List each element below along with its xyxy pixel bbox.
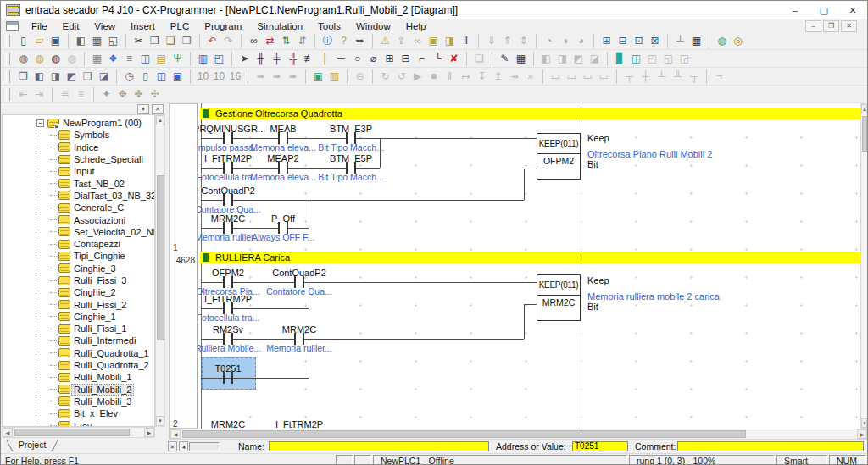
rung-list-icon[interactable]: ≡ xyxy=(121,52,137,66)
online-edit-send-icon[interactable]: ▭ xyxy=(580,69,596,84)
jump-2-icon[interactable]: ✥ xyxy=(114,87,131,102)
plc-memory-icon[interactable]: ⊠ xyxy=(647,34,663,48)
sim-pause-icon[interactable]: ‖ xyxy=(442,69,458,84)
clear-breaks-icon[interactable]: ▭ xyxy=(564,69,580,84)
tree-item-Associazioni[interactable]: Associazioni xyxy=(3,213,154,225)
memory-card-icon[interactable]: ⊡ xyxy=(631,34,647,48)
simulator-options-icon[interactable]: ◎ xyxy=(730,34,746,48)
save-project-icon[interactable]: ▣ xyxy=(47,34,64,48)
operand-collapse-icon[interactable]: ◂ xyxy=(179,441,188,451)
scroll-left-icon[interactable]: ◀ xyxy=(3,428,13,437)
ladder-diagram[interactable]: Gestione Oltrecorsa Quadrotta IPRQMINUSG… xyxy=(198,103,860,429)
instruction-box-icon[interactable]: ⊞ xyxy=(381,52,398,66)
select-tool-icon[interactable]: ➤ xyxy=(236,52,253,66)
sim-step-in-icon[interactable]: ↧ xyxy=(474,69,490,84)
tree-item-Rulli_Quadrotta_1[interactable]: Rulli_Quadrotta_1 xyxy=(3,347,154,359)
tile-vertical-icon[interactable]: ◩ xyxy=(64,69,80,84)
tree-item-Rulli_Mobili_2[interactable]: Rulli_Mobili_2 xyxy=(3,384,154,396)
decimal-monitor-icon[interactable]: 10 xyxy=(195,69,211,84)
new-closed-coil-icon[interactable]: ⌀ xyxy=(365,52,381,66)
tree-item-Elev[interactable]: Elev xyxy=(3,419,154,427)
closed-instruction-icon[interactable]: ⊟ xyxy=(398,52,414,66)
keep-instruction-block[interactable]: KEEP(011) OFPM2 xyxy=(537,133,581,180)
compare-with-plc-icon[interactable]: ⇕ xyxy=(515,34,531,48)
differential-monitor-icon[interactable]: ▊ xyxy=(612,52,628,66)
tree-item-Generale_C[interactable]: Generale_C xyxy=(3,202,154,213)
tree-item-Tast_NB_02[interactable]: Tast_NB_02 xyxy=(3,177,154,189)
menu-file[interactable]: File xyxy=(24,21,55,31)
monitor-data-icon[interactable]: ▣ xyxy=(170,69,186,84)
or-contact-icon[interactable]: ╬ xyxy=(285,52,301,66)
tree-item-Bit_x_Elev[interactable]: Bit_x_Elev xyxy=(3,407,154,419)
rung-properties-icon[interactable]: ▦ xyxy=(513,52,529,66)
menu-help[interactable]: Help xyxy=(398,21,434,31)
sim-step-out-icon[interactable]: ↥ xyxy=(490,69,506,84)
scroll-right-icon[interactable]: ▶ xyxy=(857,429,867,439)
new-contact-icon[interactable]: ╫ xyxy=(253,52,269,66)
invoke-block-icon[interactable]: ⌐ xyxy=(414,52,430,66)
time-chart-icon[interactable]: ◰ xyxy=(644,52,660,66)
rung-comment-bar[interactable]: RULLIERA Carica xyxy=(200,252,860,263)
menu-view[interactable]: View xyxy=(86,21,123,31)
tree-item-Cinghie_3[interactable]: Cinghie_3 xyxy=(3,263,154,274)
tree-item-DialTast_03_NB_32[interactable]: DialTast_03_NB_32 xyxy=(3,190,154,202)
break-point-icon[interactable]: ▭ xyxy=(548,69,564,84)
tree-item-Rulli_Fissi_3[interactable]: Rulli_Fissi_3 xyxy=(3,274,154,286)
edit-comment-icon[interactable]: ✎ xyxy=(497,52,513,66)
zoom-out-icon[interactable]: ◍ xyxy=(47,52,64,66)
keep-instruction-block[interactable]: KEEP(011) MRM2C xyxy=(537,274,581,321)
scroll-up-icon[interactable]: ▲ xyxy=(861,104,867,113)
undo-icon[interactable]: ↶ xyxy=(204,34,220,48)
diff-clear-icon[interactable]: ╨ xyxy=(670,69,686,84)
tree-item-NewProgram1 (00)[interactable]: −NewProgram1 (00) xyxy=(3,117,154,129)
local-symbols-icon[interactable]: ▤ xyxy=(153,52,170,66)
tree-item-Indice[interactable]: Indice xyxy=(3,141,154,153)
copy-icon[interactable]: ❐ xyxy=(147,34,163,48)
vertical-line-icon[interactable]: │ xyxy=(317,52,333,66)
context-help-icon[interactable]: ➥ xyxy=(352,34,368,48)
diff-down-icon[interactable]: ┼ xyxy=(637,69,654,84)
tree-item-Input[interactable]: Input xyxy=(3,165,154,177)
menu-plc[interactable]: PLC xyxy=(163,21,197,31)
force-on-icon[interactable]: ◧ xyxy=(538,52,554,66)
diff-up-icon[interactable]: ┬ xyxy=(621,69,637,84)
scroll-right-icon[interactable]: ▶ xyxy=(144,428,154,437)
io-table-icon[interactable]: ⊞ xyxy=(598,34,615,48)
or-closed-contact-icon[interactable]: ≢ xyxy=(301,52,317,66)
scroll-up-icon[interactable]: ▲ xyxy=(156,115,164,125)
indent-right-icon[interactable]: ⇥ xyxy=(31,87,47,102)
sim-mode-icon[interactable]: ⊝ xyxy=(352,69,368,84)
work-online-simulator-icon[interactable]: ◍ xyxy=(714,34,730,48)
horizontal-line-icon[interactable]: ─ xyxy=(333,52,349,66)
download-to-plc-icon[interactable]: ⇓ xyxy=(483,34,499,48)
align-bottom-icon[interactable]: ≡ xyxy=(73,87,89,102)
jump-4-icon[interactable]: ✣ xyxy=(147,87,163,102)
data-trace-icon[interactable]: ◫ xyxy=(628,52,644,66)
ladder-vscroll-thumb[interactable] xyxy=(862,116,867,152)
monitor-mode-icon[interactable]: ◑ xyxy=(557,34,573,48)
close-button[interactable]: ✕ xyxy=(838,1,867,19)
page-setup-icon[interactable]: ▯ xyxy=(137,69,153,84)
sim-run-to-icon[interactable]: ↠ xyxy=(506,69,522,84)
new-window-icon[interactable]: ❐ xyxy=(15,69,31,84)
name-field[interactable] xyxy=(269,441,489,451)
go-to-previous-icon[interactable]: ➠ xyxy=(285,69,301,84)
tree-item-Rulli_Fissi_2[interactable]: Rulli_Fissi_2 xyxy=(3,298,154,310)
profile-icon[interactable]: ◱ xyxy=(660,52,676,66)
workspace-pin-icon[interactable]: ▾ xyxy=(137,104,149,114)
sim-step-icon[interactable]: ↦ xyxy=(458,69,474,84)
sim-scan-icon[interactable]: ↻ xyxy=(377,69,393,84)
print-icon[interactable]: ▦ xyxy=(89,34,105,48)
comment-field[interactable] xyxy=(677,441,864,451)
compile-program-icon[interactable]: ⚠ xyxy=(377,34,393,48)
tree-item-Tipi_Cinghie[interactable]: Tipi_Cinghie xyxy=(3,250,154,262)
rung-comment-bar[interactable]: Gestione Oltrecorsa Quadrotta xyxy=(200,108,860,119)
tree-item-Rulli_Fissi_1[interactable]: Rulli_Fissi_1 xyxy=(3,323,154,335)
paste-icon[interactable]: ❑ xyxy=(163,34,179,48)
find-icon[interactable]: ∞ xyxy=(246,34,262,48)
menu-simulation[interactable]: Simulation xyxy=(249,21,310,31)
tree-item-Cinghie_1[interactable]: Cinghie_1 xyxy=(3,311,154,323)
tree-item-Symbols[interactable]: Symbols xyxy=(3,129,154,141)
new-closed-contact-icon[interactable]: ╪ xyxy=(269,52,285,66)
go-to-next-icon[interactable]: ➠ xyxy=(269,69,285,84)
